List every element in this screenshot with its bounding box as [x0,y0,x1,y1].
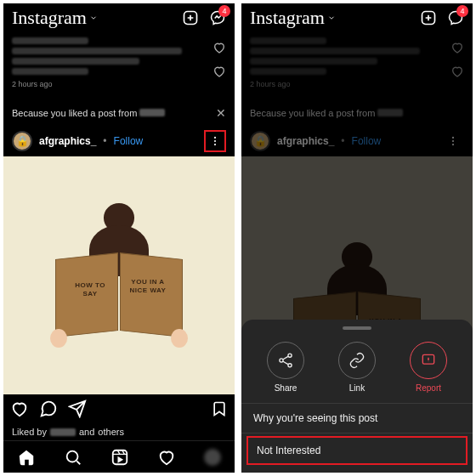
instagram-logo[interactable]: Instagram [250,7,336,29]
previous-post-preview: 2 hours ago [241,32,473,100]
follow-link[interactable]: Follow [352,135,382,147]
report-icon [420,352,437,369]
avatar[interactable]: 🔒 [250,131,270,151]
link-button[interactable]: Link [338,342,376,393]
search-icon[interactable] [64,448,82,467]
more-options-button[interactable] [442,130,464,152]
svg-point-7 [452,137,454,139]
svg-rect-5 [113,450,128,464]
svg-point-10 [288,354,292,357]
top-bar: Instagram 4 [241,3,473,32]
like-icon[interactable] [212,65,226,78]
avatar[interactable]: 🔒 [12,131,32,151]
recommendation-reason: Because you liked a post from ✕ [3,100,235,126]
svg-point-11 [280,359,283,362]
post-actions [3,394,235,423]
timestamp: 2 hours ago [12,80,226,88]
not-interested-item[interactable]: Not Interested [246,436,468,465]
notification-badge: 4 [218,5,230,17]
comment-icon[interactable] [39,400,58,418]
drag-handle[interactable] [343,326,371,330]
recommendation-reason: Because you liked a post from [241,100,473,126]
new-post-icon[interactable] [420,9,437,26]
messenger-icon[interactable]: 4 [447,9,464,26]
follow-link[interactable]: Follow [114,135,144,147]
notification-badge: 4 [456,5,468,17]
more-options-button[interactable] [204,130,226,152]
bookmark-icon[interactable] [211,400,228,417]
svg-point-4 [67,450,78,462]
reels-icon[interactable] [110,448,129,467]
why-seeing-item[interactable]: Why you're seeing this post [241,404,473,433]
previous-post-preview: 2 hours ago [3,32,235,100]
home-icon[interactable] [17,448,36,467]
close-icon[interactable]: ✕ [216,106,226,120]
svg-point-12 [288,364,292,367]
svg-point-8 [452,140,454,142]
svg-point-9 [452,144,454,145]
new-post-icon[interactable] [182,9,199,26]
liked-by[interactable]: Liked by and others [3,423,235,440]
screenshot-right: Instagram 4 2 hours ago Because you like… [238,0,476,476]
share-button[interactable]: Share [267,342,304,393]
bottom-nav [3,440,235,473]
timestamp: 2 hours ago [250,80,464,88]
action-sheet: Share Link Report Why you're seeing this… [241,320,473,473]
top-bar: Instagram 4 [3,3,235,32]
username[interactable]: afgraphics_ [277,135,334,147]
svg-point-2 [214,140,216,142]
activity-icon[interactable] [157,448,176,467]
like-icon [450,41,464,54]
like-icon[interactable] [10,400,29,418]
post-header: 🔒 afgraphics_ • Follow [241,126,473,156]
screenshot-left: Instagram 4 2 hours ago Because you like… [0,0,238,476]
post-image[interactable]: HOW TO SAY YOU IN A NICE WAY [3,156,235,394]
chevron-down-icon [89,14,98,22]
profile-icon[interactable] [204,449,221,466]
share-icon [277,352,294,369]
like-icon [450,65,464,78]
like-icon[interactable] [212,41,226,54]
chevron-down-icon [327,14,336,22]
report-button[interactable]: Report [410,342,447,393]
username[interactable]: afgraphics_ [39,135,96,147]
logo-text: Instagram [12,7,87,29]
svg-point-1 [214,137,216,139]
messenger-icon[interactable]: 4 [209,9,226,26]
post-header: 🔒 afgraphics_ • Follow [3,126,235,156]
instagram-logo[interactable]: Instagram [12,7,98,29]
svg-point-3 [214,144,216,145]
share-icon[interactable] [68,400,87,418]
link-icon [348,352,366,369]
